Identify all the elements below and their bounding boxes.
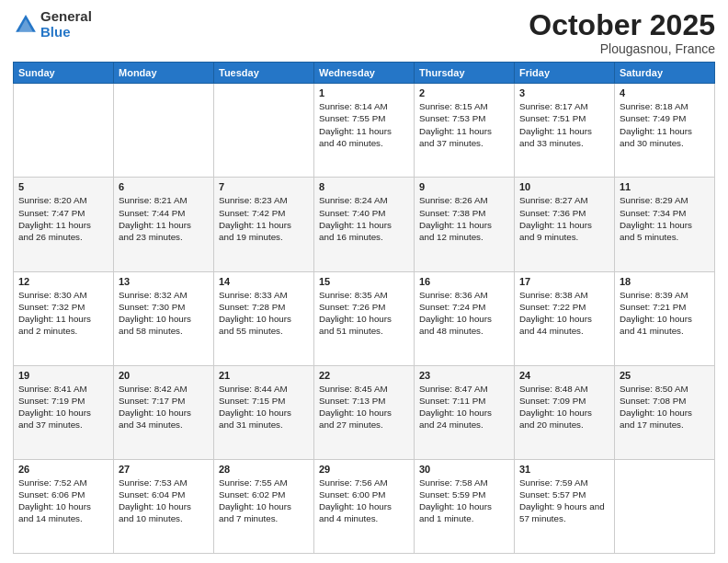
day-info: Sunrise: 8:47 AMSunset: 7:11 PMDaylight:… [419,383,509,431]
day-info: Sunrise: 8:36 AMSunset: 7:24 PMDaylight:… [419,289,509,338]
table-row: 20Sunrise: 8:42 AMSunset: 7:17 PMDayligh… [114,365,214,459]
day-info: Sunrise: 8:29 AMSunset: 7:34 PMDaylight:… [620,194,710,243]
col-sunday: Sunday [14,63,114,84]
calendar-week-row: 12Sunrise: 8:30 AMSunset: 7:32 PMDayligh… [14,271,715,365]
col-saturday: Saturday [615,63,715,84]
logo-icon [13,12,39,38]
day-number: 26 [18,464,108,475]
day-number: 10 [519,181,609,192]
calendar-week-row: 19Sunrise: 8:41 AMSunset: 7:19 PMDayligh… [14,365,715,459]
day-number: 9 [419,181,509,192]
day-number: 29 [319,464,409,475]
table-row: 7Sunrise: 8:23 AMSunset: 7:42 PMDaylight… [214,178,314,271]
table-row: 15Sunrise: 8:35 AMSunset: 7:26 PMDayligh… [314,271,415,365]
day-info: Sunrise: 8:21 AMSunset: 7:44 PMDaylight:… [119,194,209,243]
day-number: 31 [519,464,609,475]
calendar-week-row: 26Sunrise: 7:52 AMSunset: 6:06 PMDayligh… [14,459,715,553]
day-info: Sunrise: 8:50 AMSunset: 7:08 PMDaylight:… [620,383,710,431]
day-number: 24 [519,370,609,381]
table-row: 1Sunrise: 8:14 AMSunset: 7:55 PMDaylight… [314,84,415,178]
day-info: Sunrise: 8:20 AMSunset: 7:47 PMDaylight:… [18,194,108,243]
day-info: Sunrise: 8:18 AMSunset: 7:49 PMDaylight:… [620,100,710,149]
calendar-page: General Blue October 2025 Plougasnou, Fr… [0,0,728,563]
table-row: 6Sunrise: 8:21 AMSunset: 7:44 PMDaylight… [114,178,214,271]
col-friday: Friday [515,63,615,84]
day-info: Sunrise: 8:44 AMSunset: 7:15 PMDaylight:… [219,383,309,431]
day-number: 1 [319,87,409,98]
table-row: 21Sunrise: 8:44 AMSunset: 7:15 PMDayligh… [214,365,314,459]
day-number: 30 [419,464,509,475]
table-row: 18Sunrise: 8:39 AMSunset: 7:21 PMDayligh… [615,271,715,365]
logo-blue: Blue [40,25,92,40]
day-number: 22 [319,370,409,381]
day-number: 8 [319,181,409,192]
logo-text: General Blue [40,9,92,40]
logo-general: General [40,9,92,25]
day-number: 25 [620,370,710,381]
day-number: 12 [18,276,108,287]
table-row [615,459,715,553]
table-row: 24Sunrise: 8:48 AMSunset: 7:09 PMDayligh… [515,365,615,459]
title-block: October 2025 Plougasnou, France [529,9,715,56]
table-row: 27Sunrise: 7:53 AMSunset: 6:04 PMDayligh… [114,459,214,553]
table-row: 2Sunrise: 8:15 AMSunset: 7:53 PMDaylight… [415,84,515,178]
col-thursday: Thursday [415,63,515,84]
day-number: 2 [419,87,509,98]
day-number: 15 [319,276,409,287]
table-row: 19Sunrise: 8:41 AMSunset: 7:19 PMDayligh… [14,365,114,459]
day-info: Sunrise: 7:55 AMSunset: 6:02 PMDaylight:… [219,477,309,525]
day-number: 11 [620,181,710,192]
day-number: 5 [18,181,108,192]
day-info: Sunrise: 7:52 AMSunset: 6:06 PMDaylight:… [18,477,108,525]
day-number: 14 [219,276,309,287]
table-row: 16Sunrise: 8:36 AMSunset: 7:24 PMDayligh… [415,271,515,365]
day-info: Sunrise: 8:15 AMSunset: 7:53 PMDaylight:… [419,100,509,149]
table-row: 23Sunrise: 8:47 AMSunset: 7:11 PMDayligh… [415,365,515,459]
table-row: 25Sunrise: 8:50 AMSunset: 7:08 PMDayligh… [615,365,715,459]
day-info: Sunrise: 8:24 AMSunset: 7:40 PMDaylight:… [319,194,409,243]
calendar-week-row: 1Sunrise: 8:14 AMSunset: 7:55 PMDaylight… [14,84,715,178]
table-row: 14Sunrise: 8:33 AMSunset: 7:28 PMDayligh… [214,271,314,365]
day-number: 18 [620,276,710,287]
day-number: 28 [219,464,309,475]
day-info: Sunrise: 8:14 AMSunset: 7:55 PMDaylight:… [319,100,409,149]
day-info: Sunrise: 8:23 AMSunset: 7:42 PMDaylight:… [219,194,309,243]
day-info: Sunrise: 8:38 AMSunset: 7:22 PMDaylight:… [519,289,609,338]
table-row: 31Sunrise: 7:59 AMSunset: 5:57 PMDayligh… [515,459,615,553]
month-title: October 2025 [529,9,715,41]
day-info: Sunrise: 8:48 AMSunset: 7:09 PMDaylight:… [519,383,609,431]
col-monday: Monday [114,63,214,84]
day-info: Sunrise: 8:26 AMSunset: 7:38 PMDaylight:… [419,194,509,243]
table-row: 22Sunrise: 8:45 AMSunset: 7:13 PMDayligh… [314,365,415,459]
calendar-table: Sunday Monday Tuesday Wednesday Thursday… [13,62,715,554]
day-number: 19 [18,370,108,381]
day-info: Sunrise: 7:58 AMSunset: 5:59 PMDaylight:… [419,477,509,525]
day-number: 27 [119,464,209,475]
col-tuesday: Tuesday [214,63,314,84]
day-info: Sunrise: 7:56 AMSunset: 6:00 PMDaylight:… [319,477,409,525]
col-wednesday: Wednesday [314,63,415,84]
table-row: 11Sunrise: 8:29 AMSunset: 7:34 PMDayligh… [615,178,715,271]
table-row [214,84,314,178]
location-subtitle: Plougasnou, France [529,41,715,56]
table-row: 30Sunrise: 7:58 AMSunset: 5:59 PMDayligh… [415,459,515,553]
day-info: Sunrise: 8:32 AMSunset: 7:30 PMDaylight:… [119,289,209,338]
table-row: 26Sunrise: 7:52 AMSunset: 6:06 PMDayligh… [14,459,114,553]
table-row: 5Sunrise: 8:20 AMSunset: 7:47 PMDaylight… [14,178,114,271]
header: General Blue October 2025 Plougasnou, Fr… [13,9,715,56]
day-number: 20 [119,370,209,381]
table-row [114,84,214,178]
day-number: 16 [419,276,509,287]
logo: General Blue [13,9,92,40]
day-info: Sunrise: 8:41 AMSunset: 7:19 PMDaylight:… [18,383,108,431]
table-row: 8Sunrise: 8:24 AMSunset: 7:40 PMDaylight… [314,178,415,271]
day-info: Sunrise: 8:17 AMSunset: 7:51 PMDaylight:… [519,100,609,149]
day-info: Sunrise: 8:33 AMSunset: 7:28 PMDaylight:… [219,289,309,338]
day-info: Sunrise: 8:35 AMSunset: 7:26 PMDaylight:… [319,289,409,338]
calendar-header-row: Sunday Monday Tuesday Wednesday Thursday… [14,63,715,84]
day-info: Sunrise: 8:27 AMSunset: 7:36 PMDaylight:… [519,194,609,243]
table-row: 13Sunrise: 8:32 AMSunset: 7:30 PMDayligh… [114,271,214,365]
day-number: 4 [620,87,710,98]
day-info: Sunrise: 7:53 AMSunset: 6:04 PMDaylight:… [119,477,209,525]
table-row: 3Sunrise: 8:17 AMSunset: 7:51 PMDaylight… [515,84,615,178]
